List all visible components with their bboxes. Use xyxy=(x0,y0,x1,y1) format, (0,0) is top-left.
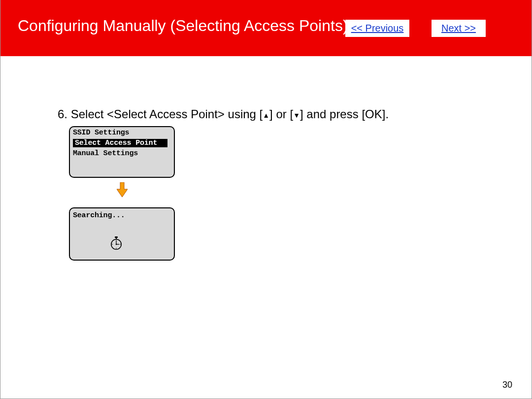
step-text-2: ] or [ xyxy=(269,107,293,121)
lcd-screen-ssid-settings: SSID Settings Select Access Point Manual… xyxy=(69,126,175,178)
next-label: Next >> xyxy=(441,23,476,34)
page-title: Configuring Manually (Selecting Access P… xyxy=(18,17,348,35)
step-text-1: Select <Select Access Point> using [ xyxy=(71,107,263,121)
stopwatch-icon xyxy=(110,236,122,250)
header-band: Configuring Manually (Selecting Access P… xyxy=(0,0,532,56)
up-triangle-icon: ▲ xyxy=(263,111,269,119)
lcd-selected-text: Select Access Point xyxy=(73,139,167,147)
lcd-line-manual: Manual Settings xyxy=(70,148,174,159)
previous-label: << Previous xyxy=(351,23,404,34)
previous-button[interactable]: << Previous xyxy=(345,20,409,37)
step-instruction: 6. Select <Select Access Point> using [▲… xyxy=(58,107,389,121)
lcd-searching-text: Searching... xyxy=(70,208,174,221)
flow-arrow-down-icon xyxy=(117,182,128,197)
slide-frame xyxy=(0,0,532,399)
lcd-screen-searching: Searching... xyxy=(69,207,175,261)
next-button[interactable]: Next >> xyxy=(432,20,486,37)
step-number: 6. xyxy=(58,107,67,121)
page-number: 30 xyxy=(502,380,512,390)
lcd-selected-row: Select Access Point xyxy=(70,138,174,148)
down-triangle-icon: ▼ xyxy=(293,111,300,119)
svg-rect-1 xyxy=(116,237,117,239)
lcd-title: SSID Settings xyxy=(70,127,174,138)
step-text-3: ] and press [OK]. xyxy=(300,107,389,121)
